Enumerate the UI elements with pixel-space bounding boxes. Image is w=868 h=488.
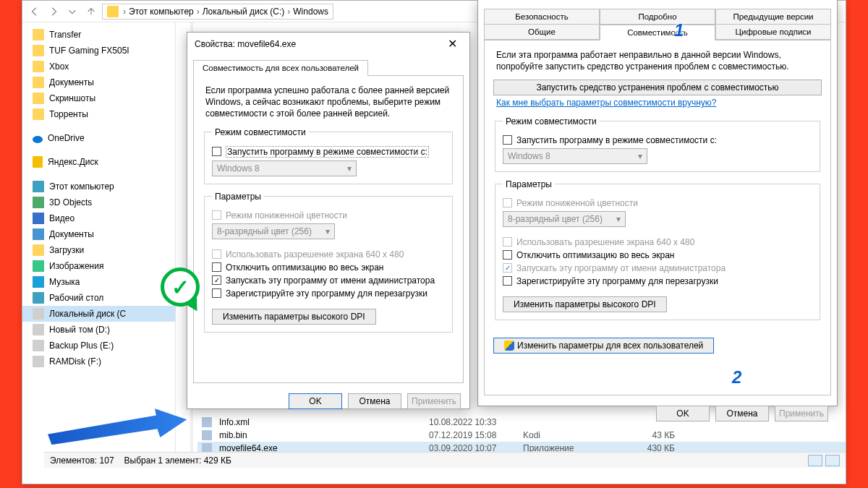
breadcrumb[interactable]: › Этот компьютер › Локальный диск (C:) ›…: [102, 4, 333, 20]
sidebar-item[interactable]: Документы: [22, 74, 175, 90]
sidebar-item[interactable]: Скриншоты: [22, 90, 175, 106]
sidebar-item-label: Загрузки: [49, 245, 84, 255]
checkbox-640x480[interactable]: [212, 249, 221, 259]
tab-details[interactable]: Подробно: [600, 9, 715, 25]
checkbox-640x480[interactable]: [503, 237, 512, 247]
sidebar-item[interactable]: OneDrive: [22, 131, 175, 145]
checkbox-compat-mode[interactable]: [503, 135, 512, 145]
folder-icon: [33, 244, 44, 256]
history-dropdown-icon[interactable]: [64, 4, 80, 20]
checkbox-register-reboot-label: Зарегистрируйте эту программу для переза…: [516, 276, 718, 286]
close-icon[interactable]: ✕: [442, 37, 462, 51]
group-params: Параметры Режим пониженной цветности 8-р…: [204, 192, 453, 333]
checkbox-reduced-color[interactable]: [212, 210, 221, 220]
shield-icon: [504, 341, 514, 351]
sidebar-item[interactable]: Загрузки: [22, 242, 175, 258]
up-icon[interactable]: [83, 4, 99, 20]
annotation-number-2: 2: [732, 367, 741, 388]
select-color-depth[interactable]: 8-разрядный цвет (256)▾: [503, 211, 626, 227]
doc-icon: [33, 228, 44, 240]
sidebar-item[interactable]: Изображения: [22, 258, 175, 274]
ok-button[interactable]: OK: [289, 393, 342, 409]
change-dpi-button[interactable]: Изменить параметры высокого DPI: [212, 309, 376, 325]
select-color-depth-value: 8-разрядный цвет (256): [217, 226, 312, 236]
tab-compat-all-users[interactable]: Совместимость для всех пользователей: [193, 60, 368, 76]
sidebar-item[interactable]: Этот компьютер: [22, 179, 175, 194]
sidebar-item[interactable]: Backup Plus (E:): [22, 338, 175, 354]
breadcrumb-drive[interactable]: Локальный диск (C:): [203, 7, 285, 17]
checkbox-disable-fullscreen-opt[interactable]: [503, 250, 512, 260]
sidebar-item-label: Рабочий стол: [49, 293, 103, 303]
group-params-label: Параметры: [212, 192, 264, 202]
select-color-depth[interactable]: 8-разрядный цвет (256)▾: [212, 223, 335, 239]
checkbox-register-reboot[interactable]: [503, 276, 512, 286]
checkbox-register-reboot[interactable]: [212, 288, 221, 298]
sidebar-item[interactable]: 3D Objects: [22, 194, 175, 210]
change-dpi-button-label: Изменить параметры высокого DPI: [514, 299, 656, 309]
sidebar-item[interactable]: Музыка: [22, 274, 175, 290]
forward-icon[interactable]: [46, 4, 61, 20]
drive-icon: [33, 340, 44, 351]
sidebar-item[interactable]: Xbox: [22, 59, 175, 74]
tab-digital-signatures[interactable]: Цифровые подписи: [715, 24, 831, 40]
file-icon: [202, 417, 212, 427]
pc-icon: [33, 292, 44, 304]
file-row[interactable]: mib.bin07.12.2019 15:08Kodi43 КБ: [197, 429, 846, 442]
sidebar-item-label: Xbox: [49, 61, 69, 72]
sidebar-item[interactable]: Документы: [22, 226, 175, 242]
sidebar-item[interactable]: Новый том (D:): [22, 322, 175, 338]
group-params-label: Параметры: [503, 179, 555, 189]
select-compat-os[interactable]: Windows 8 ▾: [212, 160, 357, 176]
cancel-button[interactable]: Отмена: [348, 393, 401, 409]
file-type: Kodi: [523, 430, 610, 440]
file-name: Info.xml: [219, 417, 422, 427]
sidebar-item[interactable]: Торренты: [22, 106, 175, 122]
properties-dialog-main: Безопасность Подробно Предыдущие версии …: [477, 0, 838, 406]
checkbox-run-as-admin[interactable]: [503, 263, 512, 273]
group-compat-mode-label: Режим совместимости: [212, 127, 309, 137]
checkbox-register-reboot-label: Зарегистрируйте эту программу для переза…: [226, 288, 427, 299]
titlebar[interactable]: Свойства: movefile64.exe ✕: [187, 33, 469, 55]
dialog-title: Свойства: movefile64.exe: [195, 39, 296, 49]
tab-previous-versions[interactable]: Предыдущие версии: [715, 9, 831, 25]
checkbox-compat-mode[interactable]: [212, 147, 221, 156]
sidebar-item-label: Документы: [49, 229, 94, 239]
apply-button[interactable]: Применить: [775, 406, 828, 421]
folder-icon: [33, 29, 44, 40]
sidebar-item[interactable]: Рабочий стол: [22, 290, 175, 306]
chevron-down-icon: ▾: [326, 226, 330, 236]
back-icon[interactable]: [27, 4, 43, 20]
tab-general[interactable]: Общие: [484, 24, 600, 40]
view-icons-button[interactable]: [825, 455, 840, 466]
sidebar-item[interactable]: Transfer: [22, 27, 175, 43]
sidebar-item[interactable]: Яндекс.Диск: [22, 154, 175, 170]
sidebar-item[interactable]: TUF Gaming FX505I: [22, 43, 175, 59]
sidebar-item-label: Скриншоты: [49, 93, 95, 103]
checkbox-reduced-color[interactable]: [503, 198, 512, 207]
sidebar-item[interactable]: Локальный диск (С: [22, 306, 175, 322]
run-troubleshooter-button[interactable]: Запустить средство устранения проблем с …: [493, 80, 822, 95]
file-date: 07.12.2019 15:08: [429, 430, 516, 440]
change-dpi-button[interactable]: Изменить параметры высокого DPI: [503, 296, 667, 312]
view-details-button[interactable]: [808, 455, 822, 466]
sidebar: TransferTUF Gaming FX505IXboxДокументыСк…: [22, 22, 176, 468]
cancel-button[interactable]: Отмена: [715, 406, 769, 421]
checkbox-disable-fullscreen-opt-label: Отключить оптимизацию во весь экран: [226, 262, 384, 273]
change-for-all-users-button[interactable]: Изменить параметры для всех пользователе…: [493, 338, 714, 354]
checkbox-disable-fullscreen-opt[interactable]: [212, 262, 221, 272]
breadcrumb-folder[interactable]: Windows: [293, 7, 328, 17]
checkbox-640x480-label: Использовать разрешение экрана 640 x 480: [226, 249, 404, 260]
tab-security[interactable]: Безопасность: [484, 9, 600, 25]
sidebar-item[interactable]: RAMDisk (F:): [22, 354, 175, 369]
apply-button[interactable]: Применить: [407, 393, 461, 409]
img-icon: [33, 260, 44, 272]
manual-compat-link[interactable]: Как мне выбрать параметры совместимости …: [496, 98, 716, 108]
ok-button[interactable]: OK: [656, 406, 710, 421]
svg-marker-0: [47, 408, 188, 445]
checkbox-run-as-admin[interactable]: [212, 275, 221, 285]
breadcrumb-pc[interactable]: Этот компьютер: [129, 7, 194, 17]
sidebar-item[interactable]: Видео: [22, 210, 175, 226]
group-compat-mode: Режим совместимости Запустить программу …: [495, 116, 820, 172]
select-compat-os[interactable]: Windows 8▾: [503, 148, 647, 164]
tab-compatibility[interactable]: Совместимость: [600, 25, 715, 40]
